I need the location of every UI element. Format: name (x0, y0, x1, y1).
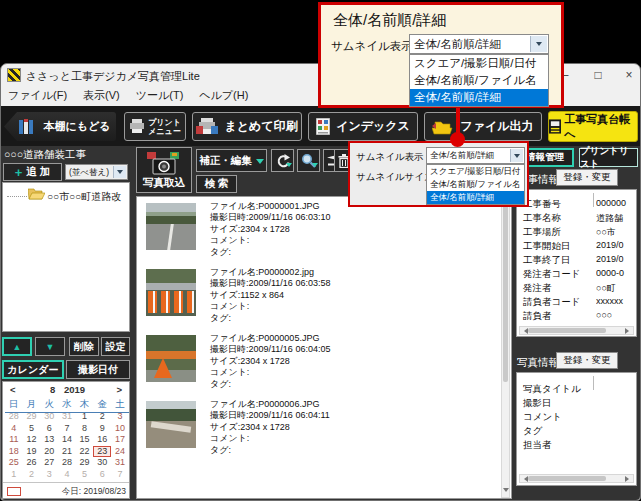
scroll-left-icon[interactable] (521, 328, 528, 334)
construction-album-button[interactable]: 工事写真台帳へ (548, 111, 638, 142)
scroll-right-icon[interactable] (625, 328, 632, 334)
photo-import-button[interactable]: 写真取込 (136, 147, 192, 193)
construction-horizontal-scrollbar[interactable] (519, 326, 634, 335)
search-button[interactable]: 検 索 (196, 175, 237, 193)
menu-item-3[interactable]: ツール(T) (136, 88, 184, 105)
scroll-thumb[interactable] (528, 328, 606, 333)
print-menu-button[interactable]: プリントメニュー (124, 112, 186, 141)
calendar-day[interactable]: 3 (111, 411, 129, 423)
tab-shoot-date[interactable]: 撮影日付 (66, 360, 130, 379)
calendar-day[interactable]: 28 (58, 457, 76, 469)
calendar-day[interactable]: 23 (93, 446, 111, 458)
maximize-button[interactable]: □ (585, 66, 611, 84)
calendar-day[interactable]: 26 (23, 457, 41, 469)
scroll-down-icon[interactable] (503, 488, 509, 495)
photo-list-item[interactable]: ファイル名:P0000001.JPG撮影日時:2009/11/16 06:03:… (143, 201, 495, 263)
print-list-button[interactable]: プリントリスト (579, 148, 638, 167)
calendar-prev-button[interactable]: < (10, 384, 16, 395)
tab-calendar[interactable]: カレンダー (2, 360, 64, 379)
calendar-day[interactable]: 15 (76, 434, 94, 446)
calendar-day[interactable]: 25 (5, 457, 23, 469)
calendar-day[interactable]: 8 (76, 423, 94, 435)
calendar-day[interactable]: 6 (40, 423, 58, 435)
calendar-day[interactable]: 7 (58, 423, 76, 435)
calendar-day[interactable]: 31 (111, 457, 129, 469)
calendar-day[interactable]: 17 (111, 434, 129, 446)
menu-item-2[interactable]: 表示(V) (83, 88, 120, 105)
calendar-day[interactable]: 12 (23, 434, 41, 446)
calendar-day[interactable]: 31 (58, 411, 76, 423)
close-button[interactable]: × (616, 66, 641, 84)
correct-edit-button[interactable]: 補正・編集 (196, 149, 267, 172)
dropdown-option[interactable]: 全体/名前順/詳細 (427, 191, 524, 204)
callout-thumbnail-display-select[interactable]: 全体/名前順/詳細 (409, 34, 549, 54)
chevron-down-icon[interactable] (530, 36, 547, 52)
calendar-day[interactable]: 28 (5, 411, 23, 423)
dropdown-option[interactable]: 全体/名前順/詳細 (410, 89, 548, 106)
back-to-shelf-button[interactable]: 本棚にもどる (4, 112, 116, 141)
calendar-day[interactable]: 29 (23, 411, 41, 423)
calendar-day[interactable]: 21 (58, 446, 76, 458)
calendar-day[interactable]: 18 (5, 446, 23, 458)
calendar-day[interactable]: 30 (93, 457, 111, 469)
calendar-day[interactable]: 14 (58, 434, 76, 446)
calendar-day[interactable]: 27 (40, 457, 58, 469)
photo-list-item[interactable]: ファイル名:P0000005.JPG撮影日時:2009/11/16 06:04:… (143, 333, 495, 395)
dropdown-option[interactable]: 全体/名前順/ファイル名 (410, 72, 548, 89)
delete-button[interactable]: 削除 (69, 337, 99, 356)
calendar-day[interactable]: 9 (93, 423, 111, 435)
scroll-thumb[interactable] (503, 202, 508, 382)
construction-register-button[interactable]: 登録・変更 (556, 169, 618, 186)
calendar-day[interactable]: 10 (111, 423, 129, 435)
folder-icon[interactable] (28, 187, 45, 200)
scroll-thumb[interactable] (528, 476, 606, 481)
calendar-day[interactable]: 1 (76, 411, 94, 423)
photo-list-scrollbar[interactable] (501, 197, 510, 498)
calendar-day[interactable]: 5 (23, 423, 41, 435)
batch-print-button[interactable]: まとめて印刷 (192, 112, 302, 141)
calendar-day[interactable]: 29 (76, 457, 94, 469)
calendar-day[interactable]: 6 (93, 469, 111, 481)
scroll-right-icon[interactable] (625, 476, 632, 482)
calendar-day[interactable]: 4 (5, 423, 23, 435)
menu-item-4[interactable]: ヘルプ(H) (199, 88, 248, 105)
calendar-next-button[interactable]: > (116, 384, 122, 395)
calendar-day[interactable]: 19 (23, 446, 41, 458)
dropdown-option[interactable]: スクエア/撮影日順/日付 (410, 55, 548, 72)
menu-item-1[interactable]: ファイル(F) (8, 88, 67, 105)
calendar-day[interactable]: 11 (5, 434, 23, 446)
photo-list-item[interactable]: ファイル名:P0000006.JPG撮影日時:2009/11/16 06:04:… (143, 399, 495, 461)
index-button[interactable]: インデックス (308, 112, 418, 141)
calendar-day[interactable]: 24 (111, 446, 129, 458)
calendar-day[interactable]: 22 (76, 446, 94, 458)
calendar-day[interactable]: 2 (23, 469, 41, 481)
sort-select[interactable]: (並べ替え) (65, 164, 128, 180)
calendar-day[interactable]: 5 (76, 469, 94, 481)
photo-list-item[interactable]: ファイル名:P0000002.jpg撮影日時:2009/11/16 06:03:… (143, 267, 495, 329)
photo-info-register-button[interactable]: 登録・変更 (556, 352, 618, 369)
photo-info-horizontal-scrollbar[interactable] (519, 474, 634, 483)
calendar-day[interactable]: 16 (93, 434, 111, 446)
calendar-day[interactable]: 7 (111, 469, 129, 481)
calendar-day[interactable]: 30 (40, 411, 58, 423)
calendar-day[interactable]: 3 (40, 469, 58, 481)
calendar-day[interactable]: 2 (93, 411, 111, 423)
scroll-left-icon[interactable] (521, 476, 528, 482)
thumbnail-display-select[interactable]: 全体/名前順/詳細 (426, 147, 525, 164)
tree-item-label[interactable]: ○○市○○町道路改 (47, 190, 129, 204)
rotate-button[interactable] (271, 149, 294, 172)
chevron-down-icon[interactable] (113, 166, 126, 178)
calendar-day[interactable]: 1 (5, 469, 23, 481)
chevron-down-icon[interactable] (510, 149, 523, 162)
move-down-button[interactable]: ▼ (35, 337, 65, 356)
dropdown-option[interactable]: 全体/名前順/ファイル名 (427, 178, 524, 191)
calendar-day[interactable]: 20 (40, 446, 58, 458)
dropdown-option[interactable]: スクエア/撮影日順/日付 (427, 165, 524, 178)
calendar-day[interactable]: 4 (58, 469, 76, 481)
magnify-button[interactable] (297, 149, 320, 172)
file-output-button[interactable]: ファイル出力 (424, 112, 542, 141)
move-up-button[interactable]: ▲ (2, 337, 32, 356)
add-button[interactable]: + 追 加 (3, 163, 62, 181)
settings-button[interactable]: 設定 (101, 337, 130, 356)
calendar-day[interactable]: 13 (40, 434, 58, 446)
